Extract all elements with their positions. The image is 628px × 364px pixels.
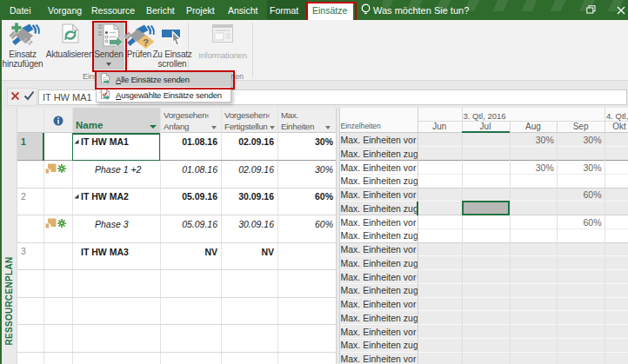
svg-text:?: ?: [143, 36, 149, 47]
